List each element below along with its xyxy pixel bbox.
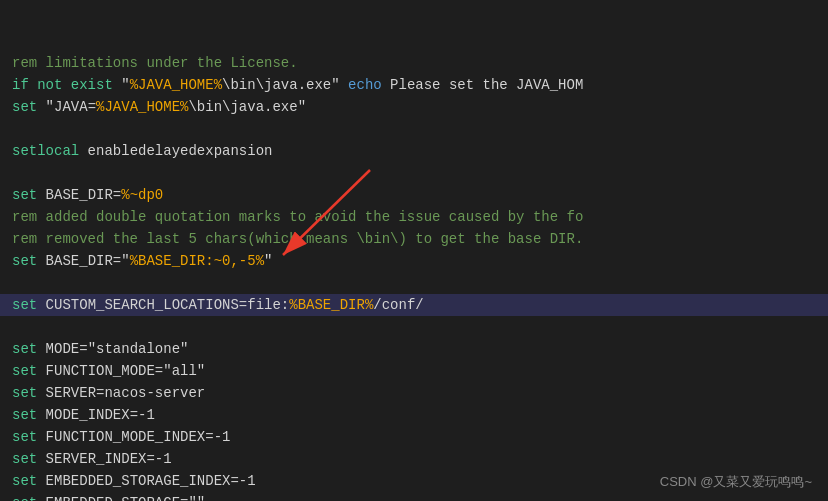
- code-line: set EMBEDDED_STORAGE="": [0, 492, 828, 501]
- code-line: [0, 272, 828, 294]
- code-line: set MODE="standalone": [0, 338, 828, 360]
- code-line: set BASE_DIR="%BASE_DIR:~0,-5%": [0, 250, 828, 272]
- code-line: set SERVER_INDEX=-1: [0, 448, 828, 470]
- code-line: [0, 118, 828, 140]
- code-line: set BASE_DIR=%~dp0: [0, 184, 828, 206]
- code-line: rem added double quotation marks to avoi…: [0, 206, 828, 228]
- code-line: set CUSTOM_SEARCH_LOCATIONS=file:%BASE_D…: [0, 294, 828, 316]
- code-line: [0, 316, 828, 338]
- code-line: setlocal enabledelayedexpansion: [0, 140, 828, 162]
- code-line: set FUNCTION_MODE="all": [0, 360, 828, 382]
- code-line: set SERVER=nacos-server: [0, 382, 828, 404]
- watermark: CSDN @又菜又爱玩鸣鸣~: [660, 473, 812, 491]
- code-line: [0, 162, 828, 184]
- code-line: if not exist "%JAVA_HOME%\bin\java.exe" …: [0, 74, 828, 96]
- code-line: rem removed the last 5 chars(which means…: [0, 228, 828, 250]
- code-line: set FUNCTION_MODE_INDEX=-1: [0, 426, 828, 448]
- code-line: set MODE_INDEX=-1: [0, 404, 828, 426]
- code-line: set "JAVA=%JAVA_HOME%\bin\java.exe": [0, 96, 828, 118]
- code-container: rem limitations under the License.if not…: [0, 0, 828, 501]
- code-line: rem limitations under the License.: [0, 52, 828, 74]
